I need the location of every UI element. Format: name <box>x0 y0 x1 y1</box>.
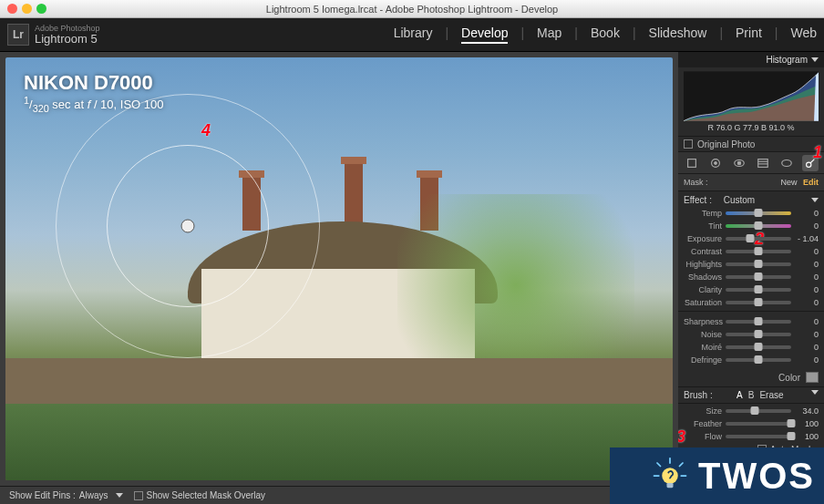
slider-track[interactable] <box>726 345 791 349</box>
overlay-checkbox[interactable] <box>134 491 143 500</box>
edit-pin[interactable] <box>181 220 195 233</box>
exposure-settings: 1/320 sec at f / 10, ISO 100 <box>24 95 164 114</box>
slider-value: 0 <box>795 317 819 326</box>
spot-removal-icon[interactable] <box>707 155 724 171</box>
slider-track[interactable] <box>726 275 791 279</box>
slider-track[interactable] <box>726 358 791 362</box>
slider-saturation[interactable]: Saturation0 <box>684 296 819 309</box>
window-controls[interactable] <box>7 4 46 14</box>
color-swatch[interactable] <box>806 372 819 383</box>
camera-model: NIKON D7000 <box>24 71 164 95</box>
svg-rect-1 <box>688 159 696 167</box>
crop-icon[interactable] <box>684 155 700 171</box>
slider-highlights[interactable]: Highlights0 <box>684 258 819 271</box>
slider-label: Noise <box>684 330 722 339</box>
module-tab-develop[interactable]: Develop <box>461 26 508 44</box>
slider-knob[interactable] <box>755 285 763 293</box>
chevron-down-icon[interactable] <box>811 390 819 395</box>
slider-knob[interactable] <box>788 432 796 440</box>
original-photo-label: Original Photo <box>697 139 755 149</box>
slider-label: Exposure <box>684 234 722 243</box>
slider-knob[interactable] <box>755 298 763 306</box>
loupe-view[interactable]: NIKON D7000 1/320 sec at f / 10, ISO 100… <box>0 52 678 486</box>
radial-filter-icon[interactable] <box>778 155 795 171</box>
slider-knob[interactable] <box>755 260 763 268</box>
slider-label: Size <box>684 406 722 416</box>
mask-edit-button[interactable]: Edit <box>803 178 819 187</box>
svg-point-9 <box>782 159 792 166</box>
slider-knob[interactable] <box>747 234 755 242</box>
app-header: Lr Adobe Photoshop Lightroom 5 Library|D… <box>0 18 824 52</box>
slider-knob[interactable] <box>755 221 763 230</box>
slider-knob[interactable] <box>788 419 796 427</box>
slider-flow[interactable]: Flow100 <box>684 430 819 443</box>
slider-knob[interactable] <box>755 247 763 255</box>
slider-track[interactable] <box>726 333 791 336</box>
slider-knob[interactable] <box>755 355 763 364</box>
show-edit-pins-dropdown[interactable]: Always <box>79 490 108 500</box>
slider-track[interactable] <box>726 301 791 304</box>
slider-track[interactable] <box>726 224 791 228</box>
redeye-icon[interactable] <box>731 155 747 171</box>
slider-track[interactable] <box>726 250 791 253</box>
slider-track[interactable] <box>726 409 791 413</box>
slider-knob[interactable] <box>755 209 763 217</box>
effect-group: Effect : Custom 2 Temp0Tint0Exposure- 1.… <box>678 190 824 311</box>
slider-feather[interactable]: Feather100 <box>684 417 819 430</box>
slider-knob[interactable] <box>755 317 763 325</box>
module-tab-library[interactable]: Library <box>394 26 433 44</box>
brush-tab-a[interactable]: A <box>736 390 743 400</box>
slider-value: 0 <box>795 285 819 294</box>
effect-preset-dropdown[interactable]: Custom <box>724 195 755 205</box>
histogram-panel: R 76.0 G 77.9 B 91.0 % <box>678 67 824 136</box>
mask-new-button[interactable]: New <box>780 178 797 187</box>
module-tab-print[interactable]: Print <box>736 26 762 44</box>
slider-knob[interactable] <box>755 330 763 338</box>
slider-exposure[interactable]: Exposure- 1.04 <box>684 232 819 245</box>
module-tab-map[interactable]: Map <box>537 26 561 44</box>
slider-knob[interactable] <box>755 343 763 351</box>
slider-track[interactable] <box>726 422 791 426</box>
minimize-icon[interactable] <box>22 4 32 14</box>
slider-knob[interactable] <box>751 406 759 415</box>
slider-tint[interactable]: Tint0 <box>684 220 819 232</box>
slider-moire[interactable]: Moiré0 <box>684 341 819 354</box>
histogram-header[interactable]: Histogram <box>678 52 824 67</box>
module-tab-book[interactable]: Book <box>591 26 620 44</box>
slider-knob[interactable] <box>755 273 763 281</box>
chevron-down-icon[interactable] <box>811 57 819 62</box>
zoom-icon[interactable] <box>36 4 46 14</box>
slider-shadows[interactable]: Shadows0 <box>684 271 819 283</box>
slider-clarity[interactable]: Clarity0 <box>684 283 819 296</box>
chevron-down-icon[interactable] <box>116 493 123 498</box>
slider-track[interactable] <box>726 237 791 241</box>
svg-line-14 <box>680 463 684 467</box>
slider-size[interactable]: Size34.0 <box>684 405 819 417</box>
slider-defringe[interactable]: Defringe0 <box>684 354 819 366</box>
slider-label: Feather <box>684 419 722 428</box>
close-icon[interactable] <box>7 4 17 14</box>
graduated-filter-icon[interactable] <box>755 155 771 171</box>
chevron-down-icon[interactable] <box>811 198 819 202</box>
brush-tab-erase[interactable]: Erase <box>759 390 783 400</box>
photo-canvas[interactable]: NIKON D7000 1/320 sec at f / 10, ISO 100… <box>5 57 673 480</box>
slider-value: - 1.04 <box>795 234 819 243</box>
brush-tab-b[interactable]: B <box>748 390 755 400</box>
rgb-readout: R 76.0 G 77.9 B 91.0 % <box>684 123 819 132</box>
slider-sharpness[interactable]: Sharpness0 <box>684 315 819 328</box>
slider-track[interactable] <box>726 320 791 324</box>
slider-track[interactable] <box>726 262 791 266</box>
slider-track[interactable] <box>726 435 791 438</box>
slider-track[interactable] <box>726 288 791 292</box>
checkbox-icon[interactable] <box>684 139 693 149</box>
slider-value: 0 <box>795 298 819 307</box>
slider-track[interactable] <box>726 211 791 215</box>
slider-temp[interactable]: Temp0 <box>684 207 819 220</box>
slider-noise[interactable]: Noise0 <box>684 328 819 341</box>
module-tab-slideshow[interactable]: Slideshow <box>649 26 707 44</box>
brush-header: Brush : ABErase <box>678 386 824 403</box>
module-tab-web[interactable]: Web <box>790 26 817 44</box>
original-photo-toggle[interactable]: Original Photo <box>678 136 824 152</box>
slider-contrast[interactable]: Contrast0 <box>684 245 819 258</box>
overlay-label: Show Selected Mask Overlay <box>147 490 266 500</box>
